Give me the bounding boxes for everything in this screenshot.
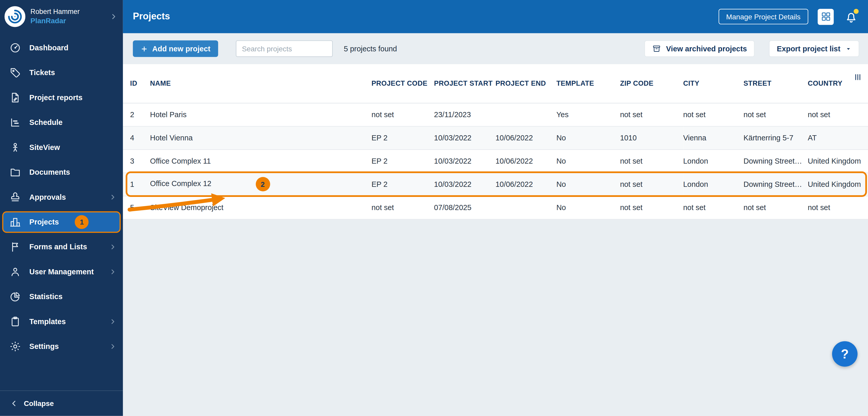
column-header-project-code[interactable]: PROJECT CODE (371, 64, 434, 103)
cell-zip: not set (620, 173, 683, 196)
main-content: Projects Manage Project Details Add new … (123, 0, 868, 416)
chevron-right-icon (110, 13, 117, 21)
cell-name: Office Complex 12 2 (150, 173, 371, 196)
column-settings-icon[interactable] (854, 73, 862, 81)
sidebar-item-user-management[interactable]: User Management (0, 259, 123, 284)
chevron-right-icon (109, 343, 116, 350)
table-row-hotel-paris[interactable]: 2 Hotel Paris not set 23/11/2023 Yes not… (123, 103, 868, 126)
search-projects-input[interactable] (236, 40, 333, 57)
toolbar: Add new project 5 projects found View ar… (123, 33, 868, 64)
cell-project-start: 10/03/2022 (434, 126, 495, 149)
sidebar-item-projects[interactable]: Projects 1 (2, 211, 121, 233)
sidebar-item-documents[interactable]: Documents (0, 160, 123, 184)
projects-table: ID NAME PROJECT CODE PROJECT START PROJE… (123, 64, 868, 219)
column-header-name[interactable]: NAME (150, 64, 371, 103)
cell-country: not set (808, 103, 868, 126)
caret-down-icon (845, 46, 851, 52)
apps-button[interactable] (817, 8, 834, 25)
cell-name: Hotel Vienna (150, 126, 371, 149)
sidebar-nav: Dashboard Tickets Project reports Schedu… (0, 33, 123, 390)
column-header-country[interactable]: COUNTRY (808, 64, 868, 103)
column-header-id[interactable]: ID (123, 64, 150, 103)
table-row-office-complex-12[interactable]: 1 Office Complex 12 2 EP 2 10/03/2022 10… (123, 173, 868, 196)
step-1-badge: 1 (75, 215, 89, 229)
column-header-zip-code[interactable]: ZIP CODE (620, 64, 683, 103)
column-header-project-end[interactable]: PROJECT END (495, 64, 556, 103)
documents-icon (9, 167, 21, 178)
sidebar-item-statistics[interactable]: Statistics (0, 284, 123, 309)
export-project-list-button[interactable]: Export project list (769, 40, 859, 57)
cell-template: No (556, 149, 620, 173)
page-header: Projects Manage Project Details (123, 0, 868, 33)
cell-template: No (556, 173, 620, 196)
table-row-hotel-vienna[interactable]: 4 Hotel Vienna EP 2 10/03/2022 10/06/202… (123, 126, 868, 149)
cell-country: not set (808, 196, 868, 219)
cell-project-end (495, 196, 556, 219)
archive-icon (652, 44, 661, 53)
column-header-city[interactable]: CITY (683, 64, 743, 103)
cell-zip: not set (620, 103, 683, 126)
cell-street: Kärtnerring 5-7 (743, 126, 808, 149)
table-row-siteview-demoproject[interactable]: 5 SiteView Demoproject not set 07/08/202… (123, 196, 868, 219)
cell-city: Vienna (683, 126, 743, 149)
cell-template: Yes (556, 103, 620, 126)
dashboard-icon (9, 42, 21, 54)
add-new-project-button[interactable]: Add new project (133, 40, 218, 57)
step-2-badge: 2 (255, 177, 270, 192)
export-button-label: Export project list (777, 45, 840, 53)
column-header-project-start[interactable]: PROJECT START (434, 64, 495, 103)
table-header-row: ID NAME PROJECT CODE PROJECT START PROJE… (123, 64, 868, 103)
help-button[interactable]: ? (832, 341, 858, 367)
templates-icon (9, 316, 21, 327)
apps-icon (821, 12, 831, 22)
notifications-button[interactable] (844, 10, 858, 24)
project-reports-icon (9, 92, 21, 103)
column-header-street[interactable]: STREET (743, 64, 808, 103)
sidebar-item-label: Settings (29, 342, 59, 351)
chevron-right-icon (109, 268, 116, 275)
cell-project-end (495, 103, 556, 126)
results-count: 5 projects found (344, 45, 397, 53)
view-archived-projects-button[interactable]: View archived projects (645, 40, 755, 57)
account-info: Robert Hammer PlanRadar (30, 7, 104, 26)
cell-country: AT (808, 126, 868, 149)
schedule-icon (9, 117, 21, 128)
app-name: PlanRadar (30, 16, 104, 26)
sidebar-item-forms-and-lists[interactable]: Forms and Lists (0, 235, 123, 259)
archived-button-label: View archived projects (666, 45, 747, 53)
cell-id: 4 (123, 126, 150, 149)
sidebar-item-siteview[interactable]: SiteView (0, 135, 123, 160)
tickets-icon (9, 67, 21, 78)
cell-template: No (556, 126, 620, 149)
sidebar-item-templates[interactable]: Templates (0, 309, 123, 334)
cell-id: 5 (123, 196, 150, 219)
sidebar-item-settings[interactable]: Settings (0, 334, 123, 359)
sidebar-item-label: Schedule (29, 118, 63, 127)
cell-city: London (683, 173, 743, 196)
cell-name: SiteView Demoproject (150, 196, 371, 219)
manage-project-details-button[interactable]: Manage Project Details (718, 9, 808, 24)
cell-city: not set (683, 196, 743, 219)
chevron-right-icon (109, 243, 116, 251)
table-row-office-complex-11[interactable]: 3 Office Complex 11 EP 2 10/03/2022 10/0… (123, 149, 868, 173)
sidebar-item-label: User Management (29, 268, 94, 276)
sidebar-item-approvals[interactable]: Approvals (0, 185, 123, 210)
sidebar-item-label: Approvals (29, 193, 66, 201)
account-menu[interactable]: Robert Hammer PlanRadar (0, 0, 123, 33)
cell-project-end: 10/06/2022 (495, 126, 556, 149)
cell-project-end: 10/06/2022 (495, 173, 556, 196)
sidebar-item-tickets[interactable]: Tickets (0, 60, 123, 85)
planradar-logo-icon (4, 6, 25, 27)
sidebar-item-schedule[interactable]: Schedule (0, 110, 123, 135)
cell-zip: not set (620, 196, 683, 219)
column-header-template[interactable]: TEMPLATE (556, 64, 620, 103)
sidebar-item-project-reports[interactable]: Project reports (0, 85, 123, 110)
collapse-sidebar-button[interactable]: Collapse (0, 390, 123, 416)
toolbar-right: View archived projects Export project li… (645, 40, 859, 57)
cell-project-start: 10/03/2022 (434, 149, 495, 173)
sidebar-item-label: Statistics (29, 292, 63, 301)
statistics-icon (9, 291, 21, 303)
project-name: Office Complex 12 (150, 180, 211, 188)
cell-zip: not set (620, 149, 683, 173)
sidebar-item-dashboard[interactable]: Dashboard (0, 35, 123, 60)
